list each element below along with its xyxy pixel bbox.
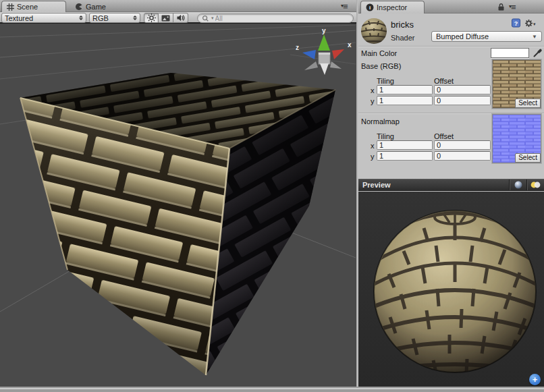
preview-title: Preview xyxy=(362,181,391,189)
base-rgb-label: Base (RGB) xyxy=(361,62,401,70)
tab-game[interactable]: Game xyxy=(70,1,111,12)
tab-scene-label: Scene xyxy=(17,3,38,11)
gear-icon[interactable]: ▾ xyxy=(524,19,537,28)
gizmo-x-label: x xyxy=(348,41,352,49)
scene-search-field[interactable]: ▾ xyxy=(197,13,354,23)
image-icon xyxy=(161,15,170,22)
tab-game-label: Game xyxy=(86,3,106,11)
svg-text:?: ? xyxy=(514,20,518,27)
plus-icon: + xyxy=(533,375,538,384)
base-y-label: y xyxy=(371,97,375,105)
normalmap-select-button[interactable]: Select xyxy=(515,153,541,163)
normalmap-offset-y-field[interactable] xyxy=(434,151,491,161)
base-offset-y-field[interactable] xyxy=(434,96,491,105)
unity-editor-window: Scene Game ▾≡ Textured RGB xyxy=(0,0,544,392)
sphere-icon xyxy=(514,181,522,189)
gizmo-y-label: y xyxy=(322,27,326,34)
eyedropper-icon[interactable] xyxy=(533,47,543,58)
scene-viewport[interactable]: y z x xyxy=(0,25,356,387)
base-offset-header: Offset xyxy=(434,77,454,85)
preview-header[interactable]: Preview xyxy=(358,179,544,191)
updown-arrows-icon xyxy=(133,16,137,20)
normalmap-x-label: x xyxy=(371,142,375,150)
section-separator xyxy=(358,46,544,47)
base-x-label: x xyxy=(371,86,375,94)
help-icon[interactable]: ? xyxy=(512,18,521,28)
preview-body[interactable]: + xyxy=(358,192,544,387)
lock-icon[interactable] xyxy=(497,3,505,11)
color-mode-value: RGB xyxy=(92,14,130,22)
lighting-toggle-button[interactable] xyxy=(144,13,159,23)
normalmap-tiling-header: Tiling xyxy=(377,132,394,140)
inspector-tabbar: i Inspector ▾≡ xyxy=(358,0,544,13)
game-view-icon xyxy=(75,3,83,11)
shader-dropdown[interactable]: Bumped Diffuse ▼ xyxy=(431,31,542,42)
search-input[interactable] xyxy=(215,14,349,22)
preview-mesh-button[interactable] xyxy=(509,179,526,190)
shader-value: Bumped Diffuse xyxy=(436,32,489,40)
main-color-swatch[interactable] xyxy=(491,48,529,58)
grid-icon xyxy=(7,3,14,11)
inspector-panel-menu-icon[interactable]: ▾≡ xyxy=(509,2,516,12)
tab-scene[interactable]: Scene xyxy=(1,1,66,12)
svg-text:▾: ▾ xyxy=(533,22,536,26)
normalmap-texture-thumbnail[interactable]: Select xyxy=(492,114,541,163)
sun-icon xyxy=(147,13,156,22)
gizmo-z-label: z xyxy=(296,44,299,51)
scene-panel-menu-icon[interactable]: ▾≡ xyxy=(341,1,348,11)
search-icon xyxy=(202,15,210,22)
material-sphere-thumbnail[interactable] xyxy=(360,18,387,45)
normalmap-offset-x-field[interactable] xyxy=(434,140,491,150)
tab-inspector[interactable]: i Inspector xyxy=(360,1,425,13)
window-bottom-chrome xyxy=(0,388,544,392)
inspector-panel: i Inspector ▾≡ xyxy=(358,0,544,387)
draw-mode-dropdown[interactable]: Textured xyxy=(1,13,86,23)
base-tiling-y-field[interactable] xyxy=(377,96,433,105)
normalmap-tiling-y-field[interactable] xyxy=(377,151,433,161)
preview-lighting-button[interactable] xyxy=(526,179,544,190)
draw-mode-value: Textured xyxy=(5,14,76,22)
base-offset-x-field[interactable] xyxy=(434,85,491,94)
info-icon: i xyxy=(366,3,374,11)
base-texture-thumbnail[interactable]: Select xyxy=(492,59,541,109)
speaker-icon xyxy=(177,14,185,22)
base-tiling-x-field[interactable] xyxy=(377,85,433,94)
svg-text:i: i xyxy=(369,5,371,11)
scene-viewport-canvas[interactable]: y z x xyxy=(0,25,356,387)
scene-tabbar: Scene Game ▾≡ xyxy=(0,0,356,12)
normalmap-label: Normalmap xyxy=(361,117,400,125)
two-lights-icon xyxy=(531,181,541,188)
updown-arrows-icon xyxy=(79,16,83,20)
shader-label: Shader xyxy=(391,34,414,42)
add-button[interactable]: + xyxy=(529,374,541,385)
scene-toolbar: Textured RGB xyxy=(0,12,356,24)
effects-toggle-button[interactable] xyxy=(159,13,173,23)
normalmap-y-label: y xyxy=(371,152,375,161)
gizmo-cube-top-face xyxy=(319,53,330,55)
main-color-label: Main Color xyxy=(361,49,397,57)
scene-panel: Scene Game ▾≡ Textured RGB xyxy=(0,0,356,387)
color-mode-dropdown[interactable]: RGB xyxy=(89,13,140,23)
preview-sphere[interactable] xyxy=(371,206,539,374)
audio-toggle-button[interactable] xyxy=(173,13,188,23)
material-name: bricks xyxy=(391,20,414,30)
normalmap-offset-header: Offset xyxy=(434,132,454,140)
base-tiling-header: Tiling xyxy=(377,77,394,85)
normalmap-tiling-x-field[interactable] xyxy=(377,140,433,150)
base-select-button[interactable]: Select xyxy=(515,99,541,108)
dropdown-arrow-icon: ▼ xyxy=(532,34,537,40)
tab-inspector-label: Inspector xyxy=(377,3,407,11)
